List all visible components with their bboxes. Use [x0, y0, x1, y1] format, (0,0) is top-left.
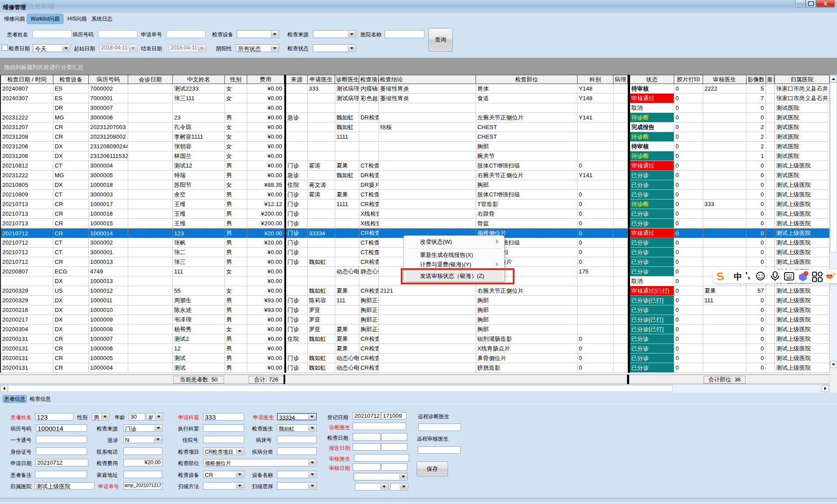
svg-text:S: S: [716, 270, 725, 283]
svg-text:’,: ’,: [745, 270, 750, 280]
svg-text:中: 中: [734, 272, 742, 281]
